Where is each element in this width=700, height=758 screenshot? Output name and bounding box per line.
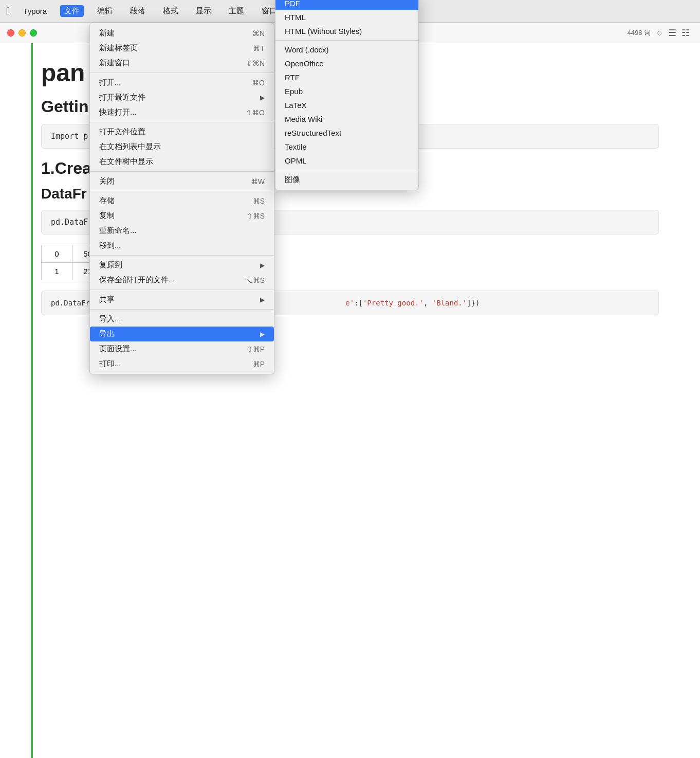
- menubar-edit[interactable]: 编辑: [93, 5, 117, 17]
- menu-page-setup-label: 页面设置...: [99, 344, 137, 354]
- export-textile-label: Textile: [285, 142, 307, 151]
- menu-print[interactable]: 打印... ⌘P: [90, 356, 274, 371]
- grid-view-icon[interactable]: ☷: [681, 27, 690, 39]
- menu-show-in-doclist[interactable]: 在文档列表中显示: [90, 139, 274, 154]
- menubar-paragraph[interactable]: 段落: [126, 5, 150, 17]
- menu-share[interactable]: 共享 ▶: [90, 292, 274, 307]
- export-epub-label: Epub: [285, 87, 303, 96]
- menu-share-label: 共享: [99, 295, 115, 304]
- export-arrow: ▶: [260, 331, 265, 338]
- menu-duplicate[interactable]: 复制 ⇧⌘S: [90, 208, 274, 223]
- menubar-theme[interactable]: 主题: [225, 5, 248, 17]
- submenu-divider-1: [275, 40, 418, 41]
- export-word[interactable]: Word (.docx): [275, 43, 418, 57]
- menubar-view[interactable]: 显示: [192, 5, 215, 17]
- menu-save-all-label: 保存全部打开的文件...: [99, 275, 175, 285]
- divider-2: [90, 122, 274, 122]
- export-rst-label: reStructuredText: [285, 129, 341, 137]
- divider-6: [90, 290, 274, 290]
- menu-open[interactable]: 打开... ⌘O: [90, 75, 274, 90]
- export-html-nostyles-label: HTML (Without Styles): [285, 27, 362, 35]
- menubar-format[interactable]: 格式: [159, 5, 182, 17]
- export-latex[interactable]: LaTeX: [275, 98, 418, 112]
- export-textile[interactable]: Textile: [275, 140, 418, 154]
- wordcount-diamond: ◇: [657, 29, 662, 37]
- export-html-nostyles[interactable]: HTML (Without Styles): [275, 24, 418, 38]
- file-menu[interactable]: 新建 ⌘N 新建标签页 ⌘T 新建窗口 ⇧⌘N 打开... ⌘O 打开最近文件 …: [89, 23, 274, 374]
- list-view-icon[interactable]: ☰: [668, 27, 676, 39]
- menu-new-window-shortcut: ⇧⌘N: [246, 59, 265, 67]
- submenu-divider-2: [275, 170, 418, 170]
- menu-quick-open-label: 快速打开...: [99, 107, 137, 117]
- export-mediawiki-label: Media Wiki: [285, 115, 322, 123]
- left-accent: [31, 43, 33, 758]
- menu-new[interactable]: 新建 ⌘N: [90, 26, 274, 41]
- export-opml[interactable]: OPML: [275, 154, 418, 168]
- cell-0-0: 0: [42, 245, 72, 263]
- minimize-button[interactable]: [19, 29, 26, 37]
- menu-new-label: 新建: [99, 28, 115, 38]
- menu-new-window[interactable]: 新建窗口 ⇧⌘N: [90, 56, 274, 70]
- menu-export[interactable]: 导出 ▶ PDF HTML HTML (Without Styles) Word…: [90, 327, 274, 341]
- open-recent-arrow: ▶: [260, 94, 265, 101]
- menu-show-in-filetree[interactable]: 在文件树中显示: [90, 154, 274, 169]
- export-html[interactable]: HTML: [275, 10, 418, 24]
- export-image[interactable]: 图像: [275, 172, 418, 187]
- menu-open-location-label: 打开文件位置: [99, 127, 145, 137]
- menu-page-setup[interactable]: 页面设置... ⇧⌘P: [90, 341, 274, 356]
- export-image-label: 图像: [285, 175, 300, 185]
- menu-move[interactable]: 移到...: [90, 238, 274, 253]
- menu-open-shortcut: ⌘O: [252, 79, 265, 87]
- menu-import[interactable]: 导入...: [90, 312, 274, 327]
- menu-move-label: 移到...: [99, 241, 121, 250]
- menubar-typora[interactable]: Typora: [19, 6, 51, 16]
- close-button[interactable]: [7, 29, 14, 37]
- export-openoffice-label: OpenOffice: [285, 59, 324, 68]
- menu-show-doclist-label: 在文档列表中显示: [99, 142, 161, 152]
- menu-close-shortcut: ⌘W: [251, 177, 265, 186]
- divider-3: [90, 171, 274, 172]
- export-rtf[interactable]: RTF: [275, 70, 418, 84]
- menu-quick-open-shortcut: ⇧⌘O: [246, 109, 265, 117]
- cell-1-0: 1: [42, 263, 72, 280]
- maximize-button[interactable]: [30, 29, 37, 37]
- menu-new-tab-shortcut: ⌘T: [253, 44, 265, 52]
- menu-print-label: 打印...: [99, 359, 121, 369]
- menu-save-shortcut: ⌘S: [253, 197, 265, 205]
- export-latex-label: LaTeX: [285, 101, 307, 110]
- toolbar-icons: ☰ ☷: [668, 27, 690, 39]
- menu-open-recent[interactable]: 打开最近文件 ▶: [90, 90, 274, 105]
- menu-rename[interactable]: 重新命名...: [90, 223, 274, 238]
- menu-open-location[interactable]: 打开文件位置: [90, 124, 274, 139]
- menu-close[interactable]: 关闭 ⌘W: [90, 174, 274, 189]
- window-controls: [7, 23, 37, 43]
- apple-menu[interactable]: : [6, 5, 10, 17]
- menu-rename-label: 重新命名...: [99, 226, 137, 236]
- export-submenu[interactable]: PDF HTML HTML (Without Styles) Word (.do…: [275, 0, 419, 190]
- export-word-label: Word (.docx): [285, 45, 329, 54]
- menu-quick-open[interactable]: 快速打开... ⇧⌘O: [90, 105, 274, 120]
- export-rst[interactable]: reStructuredText: [275, 126, 418, 140]
- menu-revert[interactable]: 复原到 ▶: [90, 258, 274, 273]
- menu-import-label: 导入...: [99, 314, 121, 324]
- export-openoffice[interactable]: OpenOffice: [275, 57, 418, 70]
- menu-save[interactable]: 存储 ⌘S: [90, 193, 274, 208]
- divider-1: [90, 73, 274, 73]
- revert-arrow: ▶: [260, 262, 265, 269]
- menu-new-tab[interactable]: 新建标签页 ⌘T: [90, 41, 274, 56]
- export-epub[interactable]: Epub: [275, 84, 418, 98]
- menu-duplicate-shortcut: ⇧⌘S: [247, 212, 265, 220]
- menu-save-all-shortcut: ⌥⌘S: [245, 276, 265, 284]
- divider-5: [90, 255, 274, 256]
- divider-7: [90, 309, 274, 310]
- export-html-label: HTML: [285, 13, 306, 22]
- menu-show-filetree-label: 在文件树中显示: [99, 157, 153, 167]
- export-mediawiki[interactable]: Media Wiki: [275, 112, 418, 126]
- export-pdf[interactable]: PDF: [275, 0, 418, 10]
- export-rtf-label: RTF: [285, 73, 300, 82]
- menu-export-label: 导出: [99, 329, 115, 339]
- menu-save-all[interactable]: 保存全部打开的文件... ⌥⌘S: [90, 273, 274, 287]
- menu-revert-label: 复原到: [99, 260, 122, 270]
- menubar-file[interactable]: 文件: [60, 5, 84, 17]
- divider-4: [90, 191, 274, 191]
